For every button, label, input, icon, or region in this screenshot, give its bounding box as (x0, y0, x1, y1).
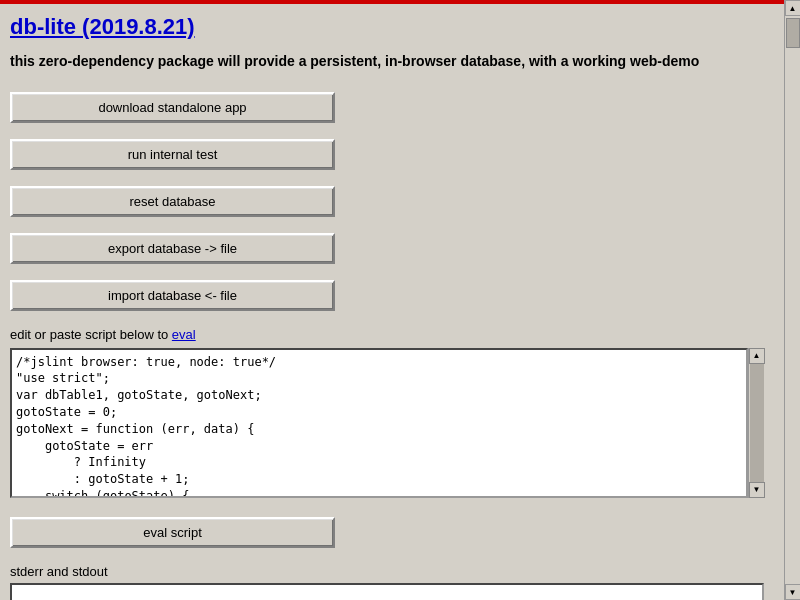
reset-db-btn-container: reset database (10, 186, 764, 217)
eval-link[interactable]: eval (172, 327, 196, 342)
import-db-btn-container: import database <- file (10, 280, 764, 311)
scroll-thumb[interactable] (786, 18, 800, 48)
textarea-scroll-down-arrow[interactable]: ▼ (749, 482, 765, 498)
import-database-button[interactable]: import database <- file (10, 280, 335, 311)
reset-database-button[interactable]: reset database (10, 186, 335, 217)
stderr-label: stderr and stdout (10, 564, 764, 579)
script-textarea-container: ▲ ▼ (10, 348, 764, 501)
export-database-button[interactable]: export database -> file (10, 233, 335, 264)
page-subtitle: this zero-dependency package will provid… (10, 52, 764, 72)
script-label: edit or paste script below to eval (10, 327, 764, 342)
page-title[interactable]: db-lite (2019.8.21) (10, 14, 195, 40)
run-internal-test-button[interactable]: run internal test (10, 139, 335, 170)
script-label-text: edit or paste script below to (10, 327, 172, 342)
download-standalone-button[interactable]: download standalone app (10, 92, 335, 123)
eval-script-button[interactable]: eval script (10, 517, 335, 548)
textarea-scrollbar: ▲ ▼ (748, 348, 764, 498)
main-content: db-lite (2019.8.21) this zero-dependency… (0, 4, 784, 600)
script-textarea[interactable] (10, 348, 748, 498)
scroll-down-arrow[interactable]: ▼ (785, 584, 801, 600)
scroll-up-arrow[interactable]: ▲ (785, 0, 801, 16)
export-db-btn-container: export database -> file (10, 233, 764, 264)
run-test-btn-container: run internal test (10, 139, 764, 170)
textarea-scroll-track (750, 364, 764, 482)
page-scrollbar: ▲ ▼ (784, 0, 800, 600)
stderr-output (10, 583, 764, 600)
eval-btn-container: eval script (10, 517, 764, 548)
textarea-scroll-up-arrow[interactable]: ▲ (749, 348, 765, 364)
download-btn-container: download standalone app (10, 92, 764, 123)
